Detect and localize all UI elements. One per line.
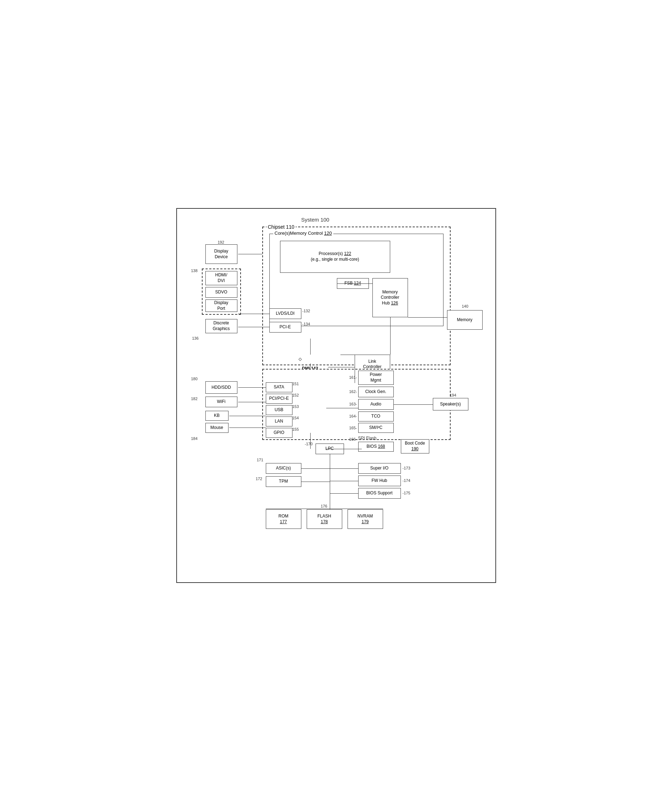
link-down-line — [355, 367, 355, 383]
bios-box: BIOS 168 — [358, 442, 394, 452]
spi-flash-label: SPI Flash — [358, 436, 377, 441]
pci-e-top-box: PCI-E — [269, 322, 301, 332]
pci-ref: 152 — [293, 393, 299, 397]
usb-ref: 153 — [293, 404, 299, 409]
memory-label: Memory — [457, 317, 472, 323]
lvds-ldi-label: LVDS/LDI — [276, 311, 294, 316]
sm-i2c-label: SM/I²C — [369, 425, 382, 431]
discrete-graphics-label: DiscreteGraphics — [213, 321, 230, 332]
rom-box: ROM177 — [266, 509, 301, 529]
system-title-label: System 100 — [301, 217, 330, 223]
mch-memory-line — [408, 317, 447, 318]
boot-code-box: Boot Code190 — [401, 439, 429, 454]
diagram-wrapper: System 100 Chipset 110 Core(s)Memory Con… — [184, 216, 490, 575]
clock-gen-ref: 162- — [349, 390, 357, 394]
power-mgmt-ref: 161- — [349, 375, 357, 380]
sata-left-line — [238, 387, 266, 388]
gpio-label: GPIO — [274, 430, 284, 436]
tco-ref: 164- — [349, 414, 357, 418]
dmi-line-up — [310, 339, 310, 355]
kb-box: KB — [205, 411, 229, 421]
lan-ref: 154 — [293, 416, 299, 420]
hdmi-group-box — [202, 268, 241, 315]
bios-label: BIOS 168 — [366, 444, 385, 449]
display-device-label: DisplayDevice — [214, 249, 228, 260]
power-mgmt-box: PowerMgmt — [358, 371, 394, 385]
pci-pci-e-label: PCI/PCI-E — [269, 396, 288, 401]
power-mgmt-label: PowerMgmt — [370, 372, 382, 383]
kb-mouse-ref: 184 — [191, 436, 198, 441]
audio-box: Audio — [358, 399, 394, 410]
display-device-line — [238, 254, 262, 254]
boot-code-label: Boot Code190 — [405, 441, 425, 452]
pci-e-ref: -134 — [302, 322, 310, 326]
page-container: System 100 Chipset 110 Core(s)Memory Con… — [176, 208, 496, 583]
audio-speaker-line — [394, 404, 433, 405]
lvds-left-line — [238, 314, 269, 314]
audio-label: Audio — [370, 401, 381, 407]
fw-hub-ref: -174 — [403, 478, 410, 483]
core-memory-control-label: Core(s)Memory Control 120 — [273, 231, 333, 236]
wifi-left-line — [238, 402, 266, 402]
wifi-label: WiFi — [217, 399, 226, 405]
lvds-ldi-box: LVDS/LDI — [269, 308, 301, 319]
asics-label: ASIC(s) — [276, 465, 291, 471]
rom-group-line — [266, 509, 383, 509]
clock-gen-label: Clock Gen. — [365, 389, 386, 395]
asics-box: ASIC(s) — [266, 463, 301, 474]
mouse-box: Mouse — [205, 423, 229, 433]
mch-box: MemoryControllerHub 126 — [373, 278, 408, 317]
super-io-box: Super I/O — [358, 463, 401, 474]
tco-box: TCO — [358, 411, 394, 422]
tpm-ref: 172 — [256, 477, 262, 481]
lvds-ref: -132 — [302, 309, 310, 313]
processor-box: Processor(s) 122(e.g., single or multi-c… — [280, 241, 390, 273]
fsb-mch-line — [337, 284, 373, 284]
gpio-ref: 155 — [293, 427, 299, 432]
bios-support-label: BIOS Support — [366, 491, 392, 496]
fw-hub-line — [330, 481, 358, 481]
discrete-ref: 136 — [192, 336, 198, 340]
audio-ref: 163- — [349, 402, 357, 406]
asics-line — [301, 469, 330, 469]
bios-support-line — [330, 493, 358, 494]
lpc-down-line — [330, 454, 330, 488]
flash-label: FLASH178 — [317, 513, 331, 525]
display-device-ref: 192 — [218, 240, 224, 244]
pci-e-top-label: PCI-E — [279, 324, 291, 330]
spi-flash-ref: 166- — [349, 437, 357, 441]
speakers-ref: 194 — [450, 393, 456, 397]
rom-group-ref: 176 — [321, 504, 327, 508]
memory-box: Memory — [447, 310, 483, 330]
display-device-box: DisplayDevice — [205, 244, 237, 264]
rom-label: ROM177 — [278, 513, 288, 525]
fw-hub-label: FW Hub — [371, 478, 387, 484]
hdd-ref: 180 — [191, 377, 198, 381]
mch-link-line — [341, 355, 390, 355]
nvram-box: NVRAM179 — [347, 509, 383, 529]
bios-support-ref: -175 — [403, 491, 410, 495]
memory-ref-label: 140 — [462, 304, 468, 308]
lpc-ref: -170 — [305, 442, 313, 446]
super-io-ref: -173 — [403, 466, 410, 470]
chipset-label: Chipset 110 — [267, 224, 296, 230]
sata-ref: 151 — [293, 382, 299, 386]
mch-label: MemoryControllerHub 126 — [381, 289, 399, 306]
hdd-sdd-label: HDD/SDD — [211, 385, 231, 390]
processor-label: Processor(s) 122(e.g., single or multi-c… — [310, 251, 359, 262]
usb-label: USB — [275, 407, 283, 413]
dmi-arrow: ⬦ — [298, 354, 302, 363]
tco-label: TCO — [371, 414, 380, 419]
io-down-line — [310, 433, 310, 449]
mch-down-line — [390, 317, 390, 355]
sata-label: SATA — [274, 385, 284, 390]
pci-e-left-line — [238, 327, 269, 327]
tpm-line — [301, 481, 330, 482]
super-io-line — [330, 469, 358, 469]
speakers-label: Speaker(s) — [440, 401, 461, 407]
link-io-line — [328, 367, 355, 367]
io-right-line — [326, 408, 358, 408]
lan-label: LAN — [275, 419, 283, 424]
pci-pci-e-box: PCI/PCI-E — [266, 394, 293, 404]
io-lpc-line — [326, 449, 362, 449]
